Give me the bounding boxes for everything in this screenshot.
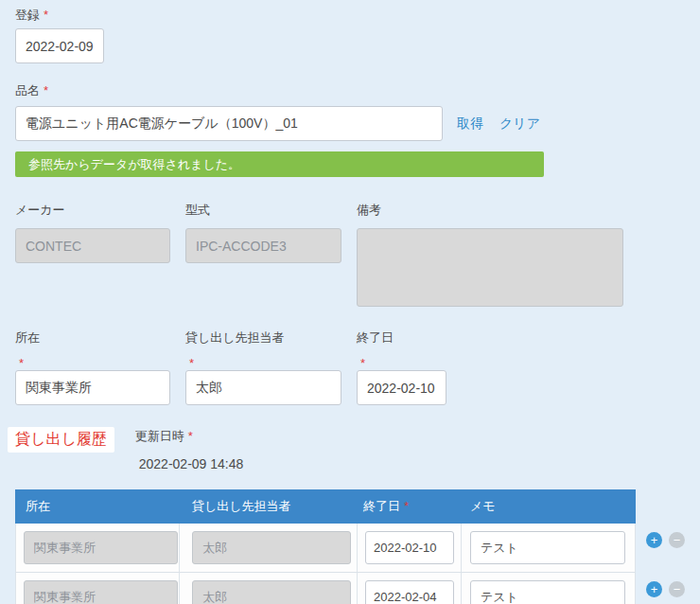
add-row-button[interactable]: + [646,532,662,548]
remarks-label: 備考 [357,203,623,218]
field-remarks: 備考 [357,203,623,310]
location-borrower-enddate-row: 所在* 貸し出し先担当者* 終了日* [15,330,700,405]
history-section-header: 貸し出し履歴 更新日時* 2022-02-09 14:48 [15,427,700,471]
field-item-name: 品名* 取得 クリア [15,83,700,141]
header-end-date-label: 終了日 [363,499,400,513]
add-row-button[interactable]: + [646,581,662,597]
field-model: 型式 [185,203,341,310]
remarks-textarea [357,228,623,307]
field-updated-at: 更新日時* 2022-02-09 14:48 [135,427,244,471]
required-mark: * [360,356,365,370]
row-borrower-input [192,580,351,604]
row-actions: + − [646,532,685,548]
maker-label: メーカー [15,203,170,218]
record-form: 登録* 品名* 取得 クリア 参照先からデータが取得されました。 メーカー 型式… [0,0,700,604]
history-table-header: 所在 貸し出し先担当者 終了日* メモ [15,489,636,524]
field-location: 所在* [15,330,170,405]
maker-model-remarks-row: メーカー 型式 備考 [15,203,700,310]
required-mark: * [188,429,193,443]
location-input[interactable] [15,370,170,405]
item-name-label: 品名 [15,83,40,98]
row-actions: + − [646,581,685,597]
row-memo-input[interactable] [470,580,625,604]
registration-label: 登録 [15,8,40,22]
remove-row-button[interactable]: − [669,581,685,597]
history-section-title: 貸し出し履歴 [8,427,114,453]
clear-link[interactable]: クリア [499,115,540,133]
history-table: 所在 貸し出し先担当者 終了日* メモ + − + − [15,489,636,604]
model-label: 型式 [185,203,341,218]
updated-at-label: 更新日時 [135,429,184,443]
required-mark: * [404,499,409,513]
required-mark: * [44,8,48,22]
success-banner: 参照先からデータが取得されました。 [15,151,544,177]
updated-at-value: 2022-02-09 14:48 [139,456,244,471]
header-borrower: 貸し出し先担当者 [180,498,358,515]
borrower-input[interactable] [185,370,341,405]
item-name-input[interactable] [15,106,443,141]
header-location: 所在 [15,498,180,515]
registration-date-input[interactable] [15,28,104,63]
required-mark: * [189,356,194,370]
field-end-date: 終了日* [357,330,446,405]
row-end-date-input[interactable] [365,580,454,604]
table-row: + − [15,524,636,573]
header-end-date: 終了日* [358,498,462,515]
required-mark: * [44,83,48,98]
row-memo-input[interactable] [470,531,625,564]
end-date-input[interactable] [357,370,446,405]
fetch-link[interactable]: 取得 [457,115,483,133]
remove-row-button[interactable]: − [669,532,685,548]
field-borrower: 貸し出し先担当者* [185,330,341,405]
maker-input [15,228,170,263]
required-mark: * [19,356,24,370]
end-date-label: 終了日 [357,330,446,346]
table-row: + − [15,573,636,604]
header-memo: メモ [462,498,636,515]
location-label: 所在 [15,330,170,346]
row-end-date-input[interactable] [365,531,454,564]
model-input [185,228,341,263]
row-borrower-input [192,531,351,564]
field-registration: 登録* [15,8,700,63]
row-location-input [24,531,178,564]
row-location-input [24,580,178,604]
field-maker: メーカー [15,203,170,310]
borrower-label: 貸し出し先担当者 [185,330,341,346]
